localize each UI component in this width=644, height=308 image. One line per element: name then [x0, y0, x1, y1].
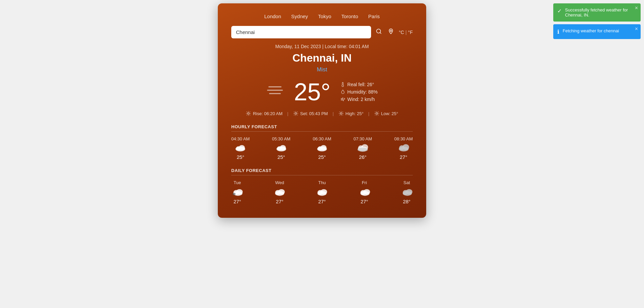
cloud-icon-2: [316, 143, 328, 152]
hourly-temp-0: 25°: [237, 154, 244, 160]
svg-line-27: [339, 112, 340, 112]
daily-cloud-icon-1: [274, 187, 286, 197]
svg-line-23: [297, 112, 297, 112]
quick-city-sydney[interactable]: Sydney: [291, 13, 308, 19]
hourly-item-1: 05:30 AM 25°: [272, 136, 290, 160]
svg-point-54: [358, 147, 368, 152]
daily-temp-4: 28°: [403, 199, 411, 204]
svg-point-70: [363, 189, 370, 195]
mist-icon: [266, 83, 284, 101]
daily-day-2: Thu: [318, 180, 326, 185]
weather-details: Real fell: 26° Humidity: 88% Wind: 2 km/…: [340, 82, 377, 102]
hourly-time-0: 04:30 AM: [231, 136, 250, 141]
low-item: Low: 25°: [374, 111, 398, 116]
quick-city-tokyo[interactable]: Tokyo: [318, 13, 331, 19]
svg-line-28: [343, 115, 343, 115]
daily-temp-3: 27°: [361, 199, 368, 204]
quick-city-london[interactable]: London: [264, 13, 281, 19]
wind-icon: [340, 97, 345, 102]
weather-card: London Sydney Tokyo Toronto Paris °C | °…: [218, 3, 426, 218]
location-button[interactable]: [387, 27, 395, 37]
svg-line-40: [375, 115, 375, 115]
daily-day-4: Sat: [403, 180, 410, 185]
wind-value: Wind: 2 km/h: [347, 97, 375, 102]
sep1: |: [287, 111, 288, 116]
svg-line-41: [378, 112, 378, 112]
hourly-forecast-grid: 04:30 AM 25° 05:30 AM 25° 06:30 AM: [231, 136, 413, 160]
daily-cloud-icon-4: [401, 187, 413, 197]
daily-cloud-icon-3: [358, 187, 370, 197]
daily-temp-2: 27°: [318, 199, 326, 204]
svg-point-24: [340, 112, 342, 114]
search-input[interactable]: [231, 26, 371, 38]
hourly-temp-1: 25°: [277, 154, 285, 160]
sunset-icon: [293, 111, 298, 116]
svg-point-6: [248, 112, 249, 114]
daily-temp-1: 27°: [276, 199, 284, 204]
svg-point-73: [406, 189, 412, 195]
svg-line-9: [247, 112, 247, 112]
low-value: Low: 25°: [381, 111, 398, 116]
quick-cities: London Sydney Tokyo Toronto Paris: [231, 13, 413, 19]
hourly-temp-3: 26°: [359, 154, 367, 160]
svg-point-15: [295, 112, 296, 114]
quick-city-paris[interactable]: Paris: [368, 13, 380, 19]
svg-rect-61: [233, 193, 236, 195]
temperature: 25°: [294, 80, 330, 104]
sun-row: Rise: 06:20 AM | Set: 05:43 PM |: [231, 111, 413, 116]
cloud-icon-3: [357, 143, 369, 152]
daily-cloud-icon-2: [316, 187, 328, 197]
high-value: High: 25°: [346, 111, 364, 116]
hourly-temp-4: 27°: [400, 154, 407, 160]
high-icon: [338, 111, 344, 116]
search-button[interactable]: [374, 27, 383, 37]
svg-line-31: [339, 115, 340, 115]
fahrenheit-unit[interactable]: °F: [408, 30, 413, 35]
daily-day-0: Tue: [234, 180, 241, 185]
hourly-item-2: 06:30 AM 25°: [313, 136, 331, 160]
daily-temp-0: 27°: [234, 199, 241, 204]
svg-point-33: [376, 112, 377, 114]
svg-line-19: [297, 115, 297, 115]
real-feel-row: Real fell: 26°: [340, 82, 377, 87]
cloud-icon-1: [275, 143, 287, 152]
sunrise-icon: [246, 111, 251, 116]
cloud-icon-0: [234, 143, 246, 152]
svg-line-32: [343, 112, 343, 112]
daily-day-3: Fri: [362, 180, 367, 185]
hourly-forecast-title: HOURLY FORECAST: [231, 124, 413, 132]
toast-success-message: Successfully fetched weather for Chennai…: [565, 7, 631, 18]
hourly-temp-2: 25°: [318, 154, 326, 160]
svg-point-47: [280, 145, 286, 150]
hourly-item-3: 07:30 AM 26°: [354, 136, 372, 160]
toast-info-close[interactable]: ×: [635, 26, 638, 32]
svg-line-18: [294, 112, 294, 112]
humidity-icon: [340, 90, 345, 94]
svg-point-67: [321, 189, 327, 195]
daily-item-0: Tue 27°: [231, 180, 243, 204]
sunset-value: Set: 05:43 PM: [300, 111, 328, 116]
svg-point-2: [390, 30, 392, 32]
toast-success: ✓ Successfully fetched weather for Chenn…: [553, 3, 641, 22]
toast-success-close[interactable]: ×: [635, 5, 638, 11]
sep2: |: [332, 111, 333, 116]
quick-city-toronto[interactable]: Toronto: [341, 13, 358, 19]
weather-condition: Mist: [231, 66, 413, 73]
svg-line-1: [380, 32, 381, 33]
unit-toggle: °C | °F: [399, 30, 413, 35]
svg-line-37: [378, 115, 378, 115]
notifications-container: ✓ Successfully fetched weather for Chenn…: [553, 3, 641, 39]
sunrise-value: Rise: 06:20 AM: [253, 111, 282, 116]
daily-item-3: Fri 27°: [358, 180, 370, 204]
svg-line-10: [250, 115, 250, 115]
humidity-value: Humidity: 88%: [347, 89, 377, 95]
hourly-time-2: 06:30 AM: [313, 136, 331, 141]
celsius-unit[interactable]: °C: [399, 30, 404, 35]
info-icon: ℹ: [557, 29, 559, 35]
wind-row: Wind: 2 km/h: [340, 97, 377, 102]
high-item: High: 25°: [338, 111, 364, 116]
daily-day-1: Wed: [275, 180, 284, 185]
sunset-item: Set: 05:43 PM: [293, 111, 328, 116]
hourly-time-1: 05:30 AM: [272, 136, 290, 141]
svg-point-64: [278, 189, 285, 195]
